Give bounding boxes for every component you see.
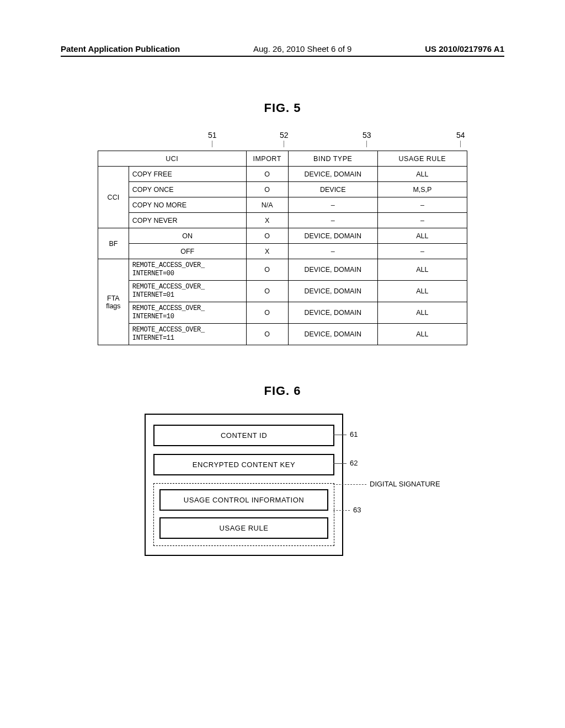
table-row: REMOTE_ACCESS_OVER_INTERNET=10 O DEVICE,… xyxy=(98,302,467,324)
fig6-outer-box: CONTENT ID ENCRYPTED CONTENT KEY USAGE C… xyxy=(145,414,343,556)
label-digital-signature: DIGITAL SIGNATURE xyxy=(370,480,440,488)
fig5-table: UCI IMPORT BIND TYPE USAGE RULE CCI COPY… xyxy=(98,151,467,345)
table-header-row: UCI IMPORT BIND TYPE USAGE RULE xyxy=(98,151,467,167)
cell-val: OFF xyxy=(129,244,246,259)
fig5-callouts: 51 52 53 54 xyxy=(98,131,467,151)
th-usage: USAGE RULE xyxy=(377,151,467,167)
table-row: COPY ONCE O DEVICE M,S,P xyxy=(98,182,467,197)
header-right: US 2010/0217976 A1 xyxy=(425,44,504,53)
cell-bind: – xyxy=(288,213,377,228)
cell-import: X xyxy=(246,244,288,259)
cat-bf: BF xyxy=(98,228,129,259)
page-header: Patent Application Publication Aug. 26, … xyxy=(61,44,504,57)
table-row: COPY NEVER X – – xyxy=(98,213,467,228)
lead-sig xyxy=(333,484,366,485)
callout-52-text: 52 xyxy=(280,131,289,140)
table-row: REMOTE_ACCESS_OVER_INTERNET=01 O DEVICE,… xyxy=(98,281,467,302)
cell-bind: – xyxy=(288,197,377,213)
dashed-group: USAGE CONTROL INFORMATION USAGE RULE xyxy=(153,483,334,546)
th-uci: UCI xyxy=(98,151,247,167)
box-usage-control: USAGE CONTROL INFORMATION xyxy=(159,489,328,511)
table-row: COPY NO MORE N/A – – xyxy=(98,197,467,213)
callout-54: 54 xyxy=(456,131,465,147)
cell-import: N/A xyxy=(246,197,288,213)
lead-61 xyxy=(333,435,347,435)
callout-51: 51 xyxy=(208,131,217,147)
box-encrypted-key: ENCRYPTED CONTENT KEY xyxy=(153,454,334,475)
box-encrypted-key-text: ENCRYPTED CONTENT KEY xyxy=(193,461,295,469)
cell-usage: ALL xyxy=(377,281,467,302)
figure-5: 51 52 53 54 UCI IMPORT BIND TYPE xyxy=(98,131,467,345)
th-import: IMPORT xyxy=(246,151,288,167)
cell-bind: DEVICE, DOMAIN xyxy=(288,324,377,345)
cell-val: REMOTE_ACCESS_OVER_INTERNET=00 xyxy=(129,259,246,281)
cell-val: COPY ONCE xyxy=(129,182,246,197)
cell-usage: – xyxy=(377,197,467,213)
figure-5-title: FIG. 5 xyxy=(61,101,504,115)
cell-usage: M,S,P xyxy=(377,182,467,197)
callout-53-text: 53 xyxy=(363,131,371,140)
cell-import: X xyxy=(246,213,288,228)
cell-bind: DEVICE xyxy=(288,182,377,197)
cell-usage: ALL xyxy=(377,324,467,345)
label-63: 63 xyxy=(353,506,361,514)
cell-import: O xyxy=(246,228,288,244)
cell-bind: DEVICE, DOMAIN xyxy=(288,281,377,302)
cell-bind: – xyxy=(288,244,377,259)
table-row: FTA flags REMOTE_ACCESS_OVER_INTERNET=00… xyxy=(98,259,467,281)
th-bind: BIND TYPE xyxy=(288,151,377,167)
cell-import: O xyxy=(246,259,288,281)
cell-usage: ALL xyxy=(377,302,467,324)
header-left: Patent Application Publication xyxy=(61,44,180,53)
cell-val: COPY NO MORE xyxy=(129,197,246,213)
cell-usage: ALL xyxy=(377,167,467,182)
cell-import: O xyxy=(246,182,288,197)
box-usage-control-text: USAGE CONTROL INFORMATION xyxy=(184,496,304,504)
box-usage-rule: USAGE RULE xyxy=(159,517,328,539)
cell-val: REMOTE_ACCESS_OVER_INTERNET=11 xyxy=(129,324,246,345)
lead-62 xyxy=(333,463,347,464)
callout-53: 53 xyxy=(363,131,371,147)
box-usage-rule-text: USAGE RULE xyxy=(220,524,269,532)
cell-val: REMOTE_ACCESS_OVER_INTERNET=01 xyxy=(129,281,246,302)
cell-import: O xyxy=(246,302,288,324)
box-content-id: CONTENT ID xyxy=(153,425,334,446)
cell-val: REMOTE_ACCESS_OVER_INTERNET=10 xyxy=(129,302,246,324)
cell-bind: DEVICE, DOMAIN xyxy=(288,259,377,281)
cell-bind: DEVICE, DOMAIN xyxy=(288,302,377,324)
table-row: REMOTE_ACCESS_OVER_INTERNET=11 O DEVICE,… xyxy=(98,324,467,345)
label-62: 62 xyxy=(350,459,358,467)
cat-cci: CCI xyxy=(98,167,129,228)
box-content-id-text: CONTENT ID xyxy=(221,431,267,440)
cell-usage: – xyxy=(377,213,467,228)
lead-63 xyxy=(333,510,350,511)
figure-6-title: FIG. 6 xyxy=(61,384,504,398)
cell-import: O xyxy=(246,324,288,345)
table-row: BF ON O DEVICE, DOMAIN ALL xyxy=(98,228,467,244)
cell-bind: DEVICE, DOMAIN xyxy=(288,228,377,244)
callout-54-text: 54 xyxy=(456,131,465,140)
cell-bind: DEVICE, DOMAIN xyxy=(288,167,377,182)
cat-fta: FTA flags xyxy=(98,259,129,345)
cell-usage: ALL xyxy=(377,259,467,281)
cell-usage: ALL xyxy=(377,228,467,244)
figure-6: CONTENT ID ENCRYPTED CONTENT KEY USAGE C… xyxy=(134,414,431,556)
cell-val: ON xyxy=(129,228,246,244)
cell-import: O xyxy=(246,167,288,182)
cell-import: O xyxy=(246,281,288,302)
table-row: OFF X – – xyxy=(98,244,467,259)
cell-val: COPY FREE xyxy=(129,167,246,182)
cell-val: COPY NEVER xyxy=(129,213,246,228)
callout-52: 52 xyxy=(280,131,289,147)
header-middle: Aug. 26, 2010 Sheet 6 of 9 xyxy=(253,44,351,53)
table-row: CCI COPY FREE O DEVICE, DOMAIN ALL xyxy=(98,167,467,182)
callout-51-text: 51 xyxy=(208,131,217,140)
label-61: 61 xyxy=(350,430,358,438)
cell-usage: – xyxy=(377,244,467,259)
